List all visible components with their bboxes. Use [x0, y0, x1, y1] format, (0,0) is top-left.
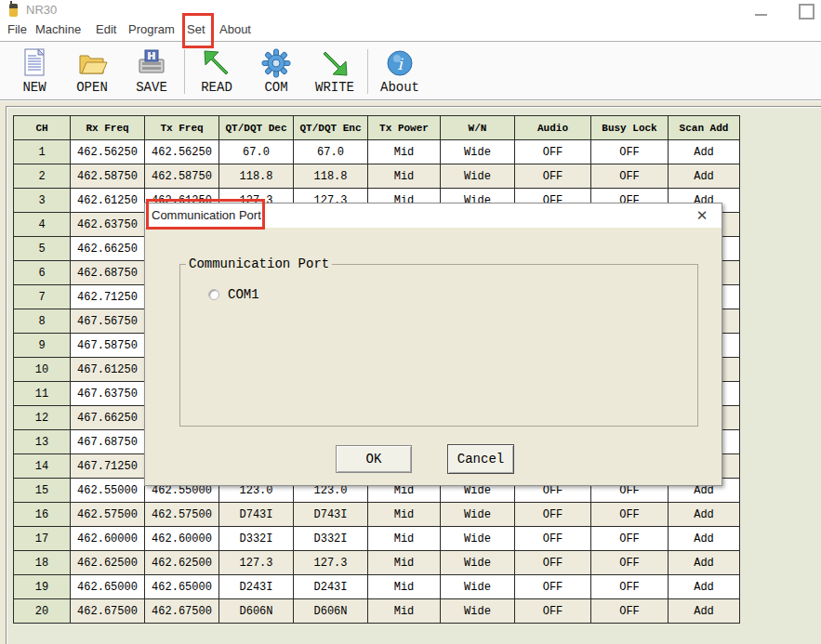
- channel-number-cell[interactable]: 9: [14, 334, 71, 358]
- channel-number-cell[interactable]: 14: [14, 454, 71, 479]
- channel-number-cell[interactable]: 1: [14, 140, 71, 164]
- channel-number-cell[interactable]: 13: [14, 430, 71, 454]
- table-cell[interactable]: Wide: [441, 164, 515, 189]
- close-icon[interactable]: ✕: [693, 206, 711, 225]
- channel-number-cell[interactable]: 5: [14, 237, 71, 261]
- table-cell[interactable]: 467.61250: [71, 358, 145, 382]
- read-button[interactable]: READ: [188, 46, 245, 97]
- menu-item-about[interactable]: About: [219, 22, 251, 36]
- table-cell[interactable]: 467.68750: [71, 430, 145, 454]
- table-cell[interactable]: D243I: [219, 575, 294, 599]
- channel-number-cell[interactable]: 12: [14, 406, 71, 430]
- menu-item-edit[interactable]: Edit: [96, 22, 116, 36]
- channel-number-cell[interactable]: 16: [14, 503, 71, 527]
- ok-button[interactable]: OK: [336, 445, 412, 473]
- table-cell[interactable]: Wide: [441, 551, 515, 575]
- table-cell[interactable]: 462.66250: [71, 237, 145, 261]
- table-cell[interactable]: OFF: [515, 575, 591, 599]
- com1-radio-option[interactable]: COM1: [208, 287, 259, 302]
- table-cell[interactable]: 462.55000: [71, 479, 145, 503]
- write-button[interactable]: WRITE: [306, 46, 364, 97]
- table-cell[interactable]: D606N: [294, 599, 368, 624]
- radio-button-icon[interactable]: [208, 289, 219, 300]
- table-cell[interactable]: 462.62500: [145, 551, 219, 575]
- table-cell[interactable]: Mid: [368, 551, 441, 575]
- table-cell[interactable]: 462.67500: [71, 599, 145, 624]
- table-cell[interactable]: Wide: [441, 503, 515, 527]
- channel-number-cell[interactable]: 7: [14, 285, 71, 309]
- table-cell[interactable]: 462.63750: [71, 213, 145, 237]
- channel-number-cell[interactable]: 18: [14, 551, 71, 575]
- channel-number-cell[interactable]: 10: [14, 358, 71, 382]
- channel-number-cell[interactable]: 2: [14, 164, 71, 189]
- table-cell[interactable]: Wide: [441, 575, 515, 599]
- table-cell[interactable]: 467.63750: [71, 382, 145, 406]
- table-cell[interactable]: 127.3: [219, 551, 294, 575]
- table-cell[interactable]: Add: [669, 527, 740, 551]
- table-cell[interactable]: Mid: [368, 164, 441, 189]
- table-cell[interactable]: OFF: [591, 575, 669, 599]
- table-cell[interactable]: 462.56250: [71, 140, 145, 164]
- table-cell[interactable]: 462.60000: [145, 527, 219, 551]
- channel-number-cell[interactable]: 17: [14, 527, 71, 551]
- table-cell[interactable]: Mid: [368, 599, 441, 624]
- table-cell[interactable]: Add: [669, 164, 740, 189]
- table-cell[interactable]: OFF: [591, 503, 669, 527]
- table-cell[interactable]: OFF: [591, 599, 669, 624]
- channel-number-cell[interactable]: 15: [14, 479, 71, 503]
- table-cell[interactable]: 462.56250: [145, 140, 219, 164]
- table-cell[interactable]: OFF: [591, 527, 669, 551]
- channel-number-cell[interactable]: 3: [14, 189, 71, 213]
- about-button[interactable]: i About: [371, 46, 429, 97]
- table-cell[interactable]: 467.71250: [71, 454, 145, 479]
- table-cell[interactable]: 462.58750: [71, 164, 145, 189]
- table-cell[interactable]: OFF: [591, 551, 669, 575]
- table-cell[interactable]: Wide: [441, 599, 515, 624]
- table-cell[interactable]: Add: [669, 551, 740, 575]
- new-button[interactable]: NEW: [6, 46, 63, 97]
- table-cell[interactable]: Mid: [368, 140, 441, 164]
- table-cell[interactable]: OFF: [515, 527, 591, 551]
- table-cell[interactable]: 467.56750: [71, 309, 145, 334]
- table-cell[interactable]: D743I: [294, 503, 368, 527]
- table-cell[interactable]: Add: [669, 140, 740, 164]
- channel-number-cell[interactable]: 11: [14, 382, 71, 406]
- table-cell[interactable]: D332I: [294, 527, 368, 551]
- table-cell[interactable]: 462.57500: [71, 503, 145, 527]
- table-cell[interactable]: D332I: [219, 527, 294, 551]
- table-cell[interactable]: 467.58750: [71, 334, 145, 358]
- table-cell[interactable]: OFF: [515, 599, 591, 624]
- table-cell[interactable]: 462.67500: [145, 599, 219, 624]
- table-cell[interactable]: 67.0: [219, 140, 294, 164]
- table-cell[interactable]: 462.62500: [71, 551, 145, 575]
- channel-number-cell[interactable]: 20: [14, 599, 71, 624]
- table-cell[interactable]: 462.57500: [145, 503, 219, 527]
- table-cell[interactable]: OFF: [515, 503, 591, 527]
- table-cell[interactable]: 118.8: [219, 164, 294, 189]
- table-cell[interactable]: Add: [669, 503, 740, 527]
- menu-item-program[interactable]: Program: [128, 22, 175, 36]
- table-cell[interactable]: 67.0: [294, 140, 368, 164]
- save-button[interactable]: SAVE: [123, 46, 180, 97]
- table-cell[interactable]: Add: [669, 599, 740, 624]
- minimize-button[interactable]: [747, 0, 775, 20]
- channel-number-cell[interactable]: 19: [14, 575, 71, 599]
- table-cell[interactable]: OFF: [515, 164, 591, 189]
- table-cell[interactable]: Wide: [441, 527, 515, 551]
- table-cell[interactable]: 462.65000: [145, 575, 219, 599]
- menu-item-file[interactable]: File: [7, 22, 27, 36]
- table-cell[interactable]: 462.65000: [71, 575, 145, 599]
- table-cell[interactable]: 462.61250: [71, 189, 145, 213]
- table-cell[interactable]: OFF: [515, 551, 591, 575]
- table-cell[interactable]: 467.66250: [71, 406, 145, 430]
- table-cell[interactable]: 462.68750: [71, 261, 145, 285]
- table-cell[interactable]: D606N: [219, 599, 294, 624]
- menu-item-machine[interactable]: Machine: [35, 22, 81, 36]
- table-cell[interactable]: Mid: [368, 503, 441, 527]
- open-button[interactable]: OPEN: [63, 46, 121, 97]
- channel-number-cell[interactable]: 4: [14, 213, 71, 237]
- table-cell[interactable]: Add: [669, 575, 740, 599]
- table-cell[interactable]: 118.8: [294, 164, 368, 189]
- table-cell[interactable]: 462.71250: [71, 285, 145, 309]
- table-cell[interactable]: OFF: [591, 140, 669, 164]
